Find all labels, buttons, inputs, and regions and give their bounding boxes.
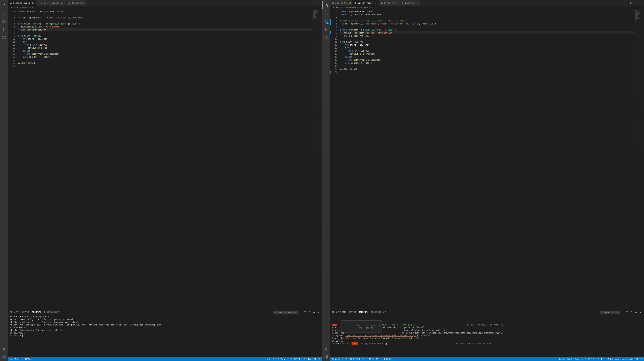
- svg-point-33: [326, 357, 327, 358]
- split-editor-icon[interactable]: [634, 1, 638, 5]
- split-terminal-icon[interactable]: [304, 311, 307, 314]
- status-go-update[interactable]: Go Update Available: [607, 358, 633, 360]
- svg-point-32: [326, 348, 327, 349]
- open-file-tooltip: Open file in editor (cmd + click): [341, 321, 382, 333]
- tab[interactable]: docker-compose.yml: [36, 0, 66, 6]
- panel-tab[interactable]: OUTPUT: [349, 310, 356, 314]
- status-spaces[interactable]: Spaces: 2: [575, 358, 586, 360]
- close-panel-icon[interactable]: [317, 311, 320, 314]
- status-feedback-icon[interactable]: [636, 358, 638, 360]
- status-lncol[interactable]: Ln 8, Col 3: [559, 358, 572, 360]
- svg-point-9: [4, 357, 4, 358]
- search-icon[interactable]: [322, 9, 330, 17]
- svg-point-19: [317, 3, 318, 3]
- kill-terminal-icon[interactable]: [308, 311, 311, 314]
- status-problems[interactable]: 67 0: [350, 358, 360, 360]
- minimap[interactable]: [312, 9, 322, 310]
- source-control-icon[interactable]: [0, 17, 8, 25]
- breadcrumb-item[interactable]: benchmark: [346, 6, 356, 9]
- terminal-output[interactable]: Open file in editor (cmd + click) ! ~/w/…: [330, 315, 644, 357]
- status-sync-icon[interactable]: [345, 358, 348, 360]
- chevron-right-icon: ›: [34, 6, 35, 9]
- minimap[interactable]: [634, 9, 644, 310]
- settings-gear-icon[interactable]: [0, 353, 8, 361]
- svg-point-24: [325, 12, 327, 14]
- status-go-version[interactable]: Go 1.16.3: [363, 358, 374, 360]
- svg-point-25: [325, 20, 326, 21]
- svg-rect-28: [325, 36, 326, 37]
- tab[interactable]: nimsample.nim: [8, 0, 36, 6]
- split-editor-icon[interactable]: [312, 1, 316, 5]
- maximize-panel-icon[interactable]: [634, 311, 638, 314]
- search-icon[interactable]: [0, 9, 8, 17]
- breadcrumbs-left[interactable]: src›nimsample.nim›…: [8, 6, 322, 9]
- svg-rect-13: [38, 2, 39, 2]
- new-terminal-icon[interactable]: [621, 311, 624, 314]
- breadcrumb-item[interactable]: …: [36, 6, 37, 9]
- status-bell-icon[interactable]: [318, 358, 321, 360]
- explorer-icon[interactable]: [0, 1, 8, 9]
- editor-gutter: 123456789101112131415161718192021: [330, 9, 340, 310]
- breadcrumb-item[interactable]: …: [374, 6, 375, 9]
- panel-tab[interactable]: TERMINAL: [32, 310, 42, 314]
- extensions-icon[interactable]: [322, 33, 330, 41]
- more-actions-icon[interactable]: [639, 1, 642, 5]
- terminal-select[interactable]: 1: docker-compose: [273, 311, 298, 314]
- account-icon[interactable]: [322, 345, 330, 353]
- close-tab-icon[interactable]: [32, 2, 34, 4]
- breadcrumb-item[interactable]: bmysql.nim: [359, 6, 371, 9]
- breadcrumbs-right[interactable]: examples›benchmark›bmysql.nim›…: [330, 6, 644, 9]
- maximize-panel-icon[interactable]: [312, 311, 316, 314]
- close-panel-icon[interactable]: [639, 311, 642, 314]
- panel-tab[interactable]: OUTPUT: [22, 310, 29, 314]
- tab[interactable]: Dockerfile: [66, 0, 86, 6]
- panel-tab[interactable]: PROBLEMS: [10, 310, 19, 314]
- svg-rect-10: [38, 3, 38, 3]
- panel-tab[interactable]: DEBUG CONSOLE: [371, 310, 386, 314]
- more-actions-icon[interactable]: [317, 1, 320, 5]
- status-branch[interactable]: master*: [332, 358, 343, 360]
- terminal-select-label: 1: fish: [602, 311, 609, 313]
- new-terminal-icon[interactable]: [299, 311, 302, 314]
- close-tab-icon[interactable]: [374, 2, 377, 4]
- file-icon: [10, 2, 12, 4]
- explorer-icon[interactable]: [322, 1, 330, 9]
- status-language[interactable]: Nim: [308, 358, 311, 360]
- source-control-icon[interactable]: 10: [322, 17, 330, 25]
- run-debug-icon[interactable]: [0, 25, 8, 33]
- breadcrumb-item[interactable]: nimsample.nim: [17, 6, 33, 9]
- tab[interactable]: tmysql.nim: [379, 0, 399, 6]
- status-encoding[interactable]: UTF-8: [588, 358, 594, 360]
- run-debug-icon[interactable]: [322, 25, 330, 33]
- code-editor[interactable]: import db_mysql, times, asyncdispatchlet…: [18, 9, 312, 310]
- breadcrumb-item[interactable]: src: [11, 6, 15, 9]
- kill-terminal-icon[interactable]: [630, 311, 633, 314]
- status-bell-icon[interactable]: [640, 358, 643, 360]
- panel-tab[interactable]: TERMINAL: [359, 310, 368, 314]
- status-encoding[interactable]: UTF-8: [294, 358, 300, 360]
- status-problems[interactable]: 0 0: [10, 358, 18, 360]
- panel-tab[interactable]: DEBUG CONSOLE: [44, 310, 59, 314]
- status-lncol[interactable]: Ln 7, Col 2: [266, 358, 279, 360]
- split-terminal-icon[interactable]: [626, 311, 629, 314]
- status-eol[interactable]: LF: [303, 358, 305, 360]
- status-language[interactable]: Nim: [601, 358, 605, 360]
- panel-tab[interactable]: PROBLEMS67: [332, 310, 346, 314]
- status-spaces[interactable]: Spaces: 2: [281, 358, 292, 360]
- status-feedback-icon[interactable]: [314, 358, 316, 360]
- code-editor[interactable]: import asyncdispatch, timesimport ../../…: [340, 9, 634, 310]
- tab[interactable]: bmysql.nim M: [352, 0, 379, 6]
- breadcrumb-item[interactable]: examples: [333, 6, 343, 9]
- tab[interactable]: sql.go 9+, M: [330, 0, 352, 6]
- settings-gear-icon[interactable]: [322, 353, 330, 361]
- compare-changes-icon[interactable]: [629, 1, 633, 5]
- terminal-output[interactable]: bash-5.1# nim c -r nimsample.nim<Hint>: …: [8, 315, 322, 357]
- tab[interactable]: README.md M: [399, 0, 420, 6]
- terminal-select[interactable]: 1: fish: [600, 311, 620, 314]
- account-icon[interactable]: [0, 345, 8, 353]
- extensions-icon[interactable]: [0, 33, 8, 41]
- svg-point-40: [641, 3, 642, 3]
- status-eol[interactable]: LF: [596, 358, 599, 360]
- status-go-analysis-icon[interactable]: [376, 358, 378, 360]
- svg-rect-31: [326, 38, 328, 39]
